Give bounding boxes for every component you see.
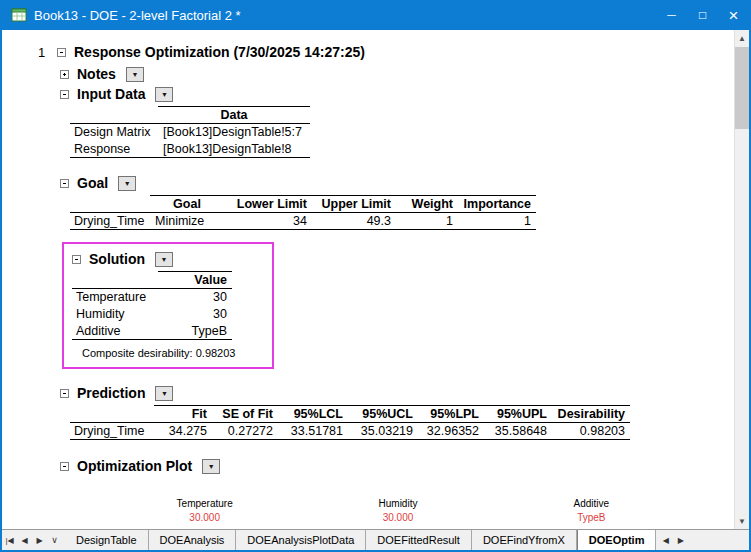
goal-menu-button[interactable]: ▼: [118, 176, 136, 191]
table-header-row: Fit SE of Fit 95%LCL 95%UCL 95%LPL 95%UP…: [70, 406, 630, 423]
arrow-up-icon: ▲: [738, 34, 746, 43]
table-header-row: Data: [70, 107, 310, 124]
table-row: Humidity 30: [72, 306, 232, 323]
solution-highlight-box: Solution ▼ Value Temperature 30 Humidity…: [62, 242, 274, 369]
tab-doefittedresult[interactable]: DOEFittedResult: [366, 530, 472, 550]
input-data-label: Input Data: [77, 86, 145, 102]
report-client-area: 1 Response Optimization (7/30/2025 14:27…: [2, 30, 749, 529]
titlebar[interactable]: Book13 - DOE - 2-level Factorial 2 * ─ □…: [2, 0, 749, 30]
row-label: Drying_Time: [70, 423, 154, 440]
collapse-icon[interactable]: [60, 90, 69, 99]
chevron-down-icon: ▼: [161, 390, 168, 397]
goal-table: Goal Lower Limit Upper Limit Weight Impo…: [70, 195, 536, 230]
column-header: Upper Limit: [312, 196, 396, 213]
collapse-icon[interactable]: [72, 255, 81, 264]
column-header: Data: [158, 107, 310, 124]
tab-doeanalysis[interactable]: DOEAnalysis: [149, 530, 237, 550]
cell-value: Minimize: [150, 213, 224, 230]
cell-value: 49.3: [312, 213, 396, 230]
line-number: 1: [38, 45, 52, 60]
column-header: Weight: [396, 196, 458, 213]
first-sheet-button[interactable]: |◀: [2, 530, 17, 550]
factor-humidity: Humidity 30.000: [301, 498, 494, 523]
close-button[interactable]: ×: [718, 0, 749, 30]
tabs-scroll-right-button[interactable]: ▶: [673, 530, 688, 550]
row-label: Humidity: [72, 306, 158, 323]
window-corner: [734, 530, 749, 550]
collapse-icon[interactable]: [60, 389, 69, 398]
next-sheet-button[interactable]: ▶: [32, 530, 47, 550]
tabs-scroll-left-button[interactable]: ◀: [658, 530, 673, 550]
solution-table: Value Temperature 30 Humidity 30 Additiv…: [72, 271, 232, 340]
table-row: Drying_Time Minimize 34 49.3 1 1: [70, 213, 536, 230]
input-data-menu-button[interactable]: ▼: [155, 87, 173, 102]
previous-sheet-button[interactable]: ◀: [17, 530, 32, 550]
notes-label: Notes: [77, 66, 116, 82]
cell-value: 33.51781: [278, 423, 348, 440]
row-label: Response: [70, 141, 158, 158]
optimization-plot-factor-labels: Temperature 30.000 Humidity 30.000 Addit…: [108, 498, 688, 523]
composite-desirability-note: Composite desirability: 0.98203: [82, 347, 266, 359]
minimize-icon: ─: [667, 8, 676, 22]
chevron-down-icon: ▼: [161, 256, 168, 263]
arrow-right-icon: ▶: [678, 536, 684, 545]
column-header: 95%LCL: [278, 406, 348, 423]
vertical-scrollbar[interactable]: ▲ ▼: [734, 30, 749, 529]
table-row: Temperature 30: [72, 289, 232, 306]
optimization-plot-menu-button[interactable]: ▼: [202, 459, 220, 474]
input-data-table: Data Design Matrix [Book13]DesignTable!5…: [70, 106, 310, 158]
column-header: Value: [158, 272, 232, 289]
chevron-down-icon: ▼: [161, 91, 168, 98]
cell-value: [Book13]DesignTable!5:7: [158, 124, 310, 141]
first-sheet-icon: |◀: [5, 536, 13, 545]
sheet-list-button[interactable]: ∨: [47, 530, 62, 550]
factor-additive: Additive TypeB: [495, 498, 688, 523]
scroll-down-button[interactable]: ▼: [735, 513, 749, 529]
tab-designtable[interactable]: DesignTable: [65, 530, 149, 550]
collapse-icon[interactable]: [60, 462, 69, 471]
cell-value: 32.96352: [418, 423, 484, 440]
minimize-button[interactable]: ─: [656, 0, 687, 30]
cell-value: 0.27272: [212, 423, 278, 440]
column-header: Importance: [458, 196, 536, 213]
factor-name: Temperature: [108, 498, 301, 509]
table-header-row: Goal Lower Limit Upper Limit Weight Impo…: [70, 196, 536, 213]
collapse-icon[interactable]: [60, 179, 69, 188]
arrow-down-icon: ▼: [738, 517, 746, 526]
expand-icon[interactable]: [60, 70, 69, 79]
prediction-menu-button[interactable]: ▼: [155, 386, 173, 401]
cell-value: 34.275: [154, 423, 212, 440]
chevron-down-icon: ∨: [51, 535, 58, 545]
solution-menu-button[interactable]: ▼: [155, 252, 173, 267]
arrow-left-icon: ◀: [21, 536, 27, 545]
scrollbar-thumb[interactable]: [735, 47, 749, 129]
column-header: 95%UCL: [348, 406, 418, 423]
cell-value: 30: [158, 306, 232, 323]
section-input-data: Input Data ▼: [60, 84, 734, 104]
analysis-report: 1 Response Optimization (7/30/2025 14:27…: [2, 30, 734, 529]
factor-temperature: Temperature 30.000: [108, 498, 301, 523]
cell-value: 34: [224, 213, 312, 230]
prediction-table: Fit SE of Fit 95%LCL 95%UCL 95%LPL 95%UP…: [70, 405, 630, 440]
collapse-icon[interactable]: [57, 48, 66, 57]
tab-doefindyfromx[interactable]: DOEFindYfromX: [472, 530, 577, 550]
sheet-tabs: DesignTable DOEAnalysis DOEAnalysisPlotD…: [65, 530, 656, 550]
window-controls: ─ □ ×: [656, 0, 749, 30]
arrow-right-icon: ▶: [36, 536, 42, 545]
tab-doeoptim[interactable]: DOEOptim: [577, 530, 657, 550]
notes-menu-button[interactable]: ▼: [126, 67, 144, 82]
cell-value: [Book13]DesignTable!8: [158, 141, 310, 158]
scroll-up-button[interactable]: ▲: [735, 30, 749, 46]
maximize-icon: □: [699, 8, 706, 22]
tab-doeanalysisplotdata[interactable]: DOEAnalysisPlotData: [236, 530, 366, 550]
app-window: Book13 - DOE - 2-level Factorial 2 * ─ □…: [0, 0, 751, 552]
section-goal: Goal ▼: [60, 173, 734, 193]
column-header: SE of Fit: [212, 406, 278, 423]
cell-value: TypeB: [158, 323, 232, 340]
section-solution: Solution ▼: [72, 249, 266, 269]
window-title: Book13 - DOE - 2-level Factorial 2 *: [34, 8, 241, 23]
factor-value: TypeB: [495, 512, 688, 523]
maximize-button[interactable]: □: [687, 0, 718, 30]
report-title-row: 1 Response Optimization (7/30/2025 14:27…: [38, 42, 734, 62]
section-prediction: Prediction ▼: [60, 383, 734, 403]
